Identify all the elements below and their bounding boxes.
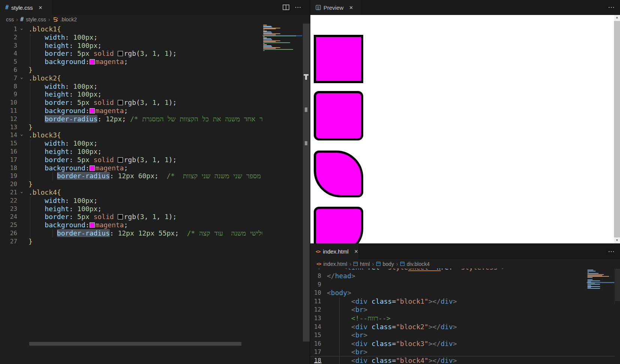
- minimap-line: [587, 270, 593, 270]
- scrollbar-thumb[interactable]: [614, 21, 620, 237]
- code-line[interactable]: 15 <br>: [310, 331, 620, 339]
- breadcrumb-block2[interactable]: .block2: [60, 16, 77, 22]
- chevron-right-icon: ›: [16, 16, 18, 22]
- code-line[interactable]: 18 <div class="block4"></div>: [310, 357, 620, 364]
- minimap-line: [587, 282, 591, 282]
- preview-block3: [314, 151, 363, 197]
- split-editor-icon[interactable]: [283, 4, 289, 10]
- code-line[interactable]: 16 <div class="block3"></div>: [310, 340, 620, 348]
- tab-style-css-label: style.css: [11, 4, 33, 11]
- code-line[interactable]: 17 <br>: [310, 348, 620, 356]
- code-line[interactable]: 14 <div class="block2"></div>: [310, 323, 620, 331]
- preview-block1: [314, 35, 363, 83]
- scroll-up-icon[interactable]: ▲: [614, 16, 620, 20]
- preview-scrollbar[interactable]: ▲ ▼: [614, 15, 620, 243]
- code-line[interactable]: 13 <!--רווח-->: [310, 314, 620, 322]
- fold-chevron-icon[interactable]: ›: [18, 134, 26, 137]
- html-scrollbar-thumb[interactable]: [615, 269, 620, 301]
- css-vertical-scrollbar[interactable]: [303, 24, 310, 342]
- minimap-line: [587, 284, 600, 285]
- minimap-line: [587, 272, 589, 273]
- preview-tab-bar: Preview ✕ ⋯: [310, 0, 620, 15]
- vscode-window: # style.css ✕ ⋯ css › # style.css › .blo…: [0, 0, 620, 364]
- breadcrumb-html[interactable]: html: [360, 261, 370, 267]
- scroll-down-icon[interactable]: ▼: [614, 239, 620, 243]
- breadcrumb-index-html[interactable]: index.html: [323, 261, 347, 267]
- indent-guide: [30, 197, 30, 237]
- css-minimap[interactable]: [262, 24, 303, 98]
- minimap-line: [263, 50, 265, 51]
- chevron-right-icon: ›: [349, 261, 351, 267]
- breadcrumb-div-block4[interactable]: div.block4: [407, 261, 430, 267]
- preview-more-icon[interactable]: ⋯: [608, 3, 615, 11]
- html-breadcrumb: <> index.html › html › body › div.block4: [316, 259, 430, 269]
- code-line[interactable]: 12 <br>: [310, 306, 620, 314]
- overview-ruler-mark: [305, 107, 307, 112]
- code-line[interactable]: 23 height: 100px;: [0, 205, 310, 213]
- symbol-element-icon: [353, 262, 358, 266]
- chevron-right-icon: ›: [396, 261, 398, 267]
- chevron-right-icon: ›: [372, 261, 374, 267]
- overview-ruler-mark: [305, 141, 307, 145]
- minimap-line: [263, 44, 267, 45]
- html-file-icon: <>: [316, 249, 320, 254]
- html-code-area[interactable]: 8</head>910<body>11 <div class="block1">…: [310, 269, 620, 364]
- code-line[interactable]: 11 background:magenta;: [0, 107, 310, 115]
- code-line[interactable]: 16 height: 100px;: [0, 148, 310, 156]
- html-minimap[interactable]: [587, 269, 615, 313]
- fold-chevron-icon[interactable]: ›: [18, 191, 26, 194]
- breadcrumb-style-css[interactable]: style.css: [26, 16, 46, 22]
- color-swatch-icon: [90, 59, 95, 64]
- indent-guide: [339, 297, 340, 364]
- code-line[interactable]: 22 width: 100px;: [0, 197, 310, 205]
- code-line[interactable]: 17 border: 5px solid rgb(3, 1, 1);: [0, 156, 310, 164]
- symbol-element-icon: [400, 262, 404, 266]
- code-line[interactable]: 11 <div class="block1"></div>: [310, 297, 620, 306]
- code-line[interactable]: 27}: [0, 237, 310, 246]
- code-line[interactable]: 25 background:magenta;: [0, 221, 310, 229]
- code-line[interactable]: 20}: [0, 180, 310, 188]
- fold-chevron-icon[interactable]: ›: [18, 77, 26, 80]
- code-line[interactable]: 21›.block4{: [0, 188, 310, 197]
- minimap-line: [587, 274, 604, 275]
- minimap-line: [263, 31, 271, 32]
- preview-webview: ▲ ▼: [310, 15, 620, 243]
- code-line[interactable]: 10 border: 5px solid rgb(3, 1, 1);: [0, 98, 310, 107]
- code-line[interactable]: 14›.block3{: [0, 131, 310, 139]
- code-line[interactable]: 18 background:magenta;: [0, 164, 310, 172]
- css-file-icon: #: [5, 4, 9, 11]
- color-swatch-icon: [90, 166, 95, 171]
- minimap-line: [263, 49, 293, 50]
- code-line[interactable]: 15 width: 100px;: [0, 139, 310, 148]
- css-horizontal-scrollbar[interactable]: [29, 342, 241, 346]
- breadcrumb: css › # style.css › .block2: [6, 15, 77, 24]
- color-swatch-icon: [90, 108, 95, 113]
- minimap-line: [587, 280, 600, 281]
- minimap-line: [263, 30, 265, 30]
- minimap-line: [263, 42, 290, 43]
- code-line[interactable]: 12 border-radius: 12px; /* מספר אחד משנה…: [0, 115, 310, 123]
- code-line[interactable]: 7 <link rel="stylesheet" href="style.css…: [310, 269, 620, 272]
- code-line[interactable]: 13}: [0, 123, 310, 131]
- minimap-line: [263, 36, 296, 36]
- tab-style-css[interactable]: # style.css ✕: [0, 0, 52, 15]
- close-icon[interactable]: ✕: [354, 249, 358, 254]
- close-icon[interactable]: ✕: [39, 5, 43, 10]
- html-more-icon[interactable]: ⋯: [608, 248, 615, 255]
- minimap-line: [587, 287, 591, 288]
- html-tab-bar: <> index.html ✕ ⋯: [310, 243, 620, 259]
- breadcrumb-body[interactable]: body: [383, 261, 394, 267]
- code-line[interactable]: 9: [310, 280, 620, 289]
- tab-preview[interactable]: Preview ✕: [310, 0, 361, 15]
- tab-index-html[interactable]: <> index.html ✕: [310, 244, 358, 259]
- code-line[interactable]: 24 border: 5px solid rgb(3, 1, 1);: [0, 213, 310, 221]
- code-line[interactable]: 10<body>: [310, 289, 620, 297]
- code-line[interactable]: 8</head>: [310, 272, 620, 280]
- breadcrumb-css[interactable]: css: [6, 16, 14, 22]
- code-line[interactable]: 26 border-radius: 12px 12px 55px; /* מספ…: [0, 229, 310, 237]
- editor-actions-more-icon[interactable]: ⋯: [295, 3, 301, 11]
- overview-ruler-mark: [305, 75, 307, 80]
- fold-chevron-icon[interactable]: ›: [18, 28, 26, 31]
- code-line[interactable]: 19 border-radius: 12px 60px; /* מספר שני…: [0, 172, 310, 180]
- close-icon[interactable]: ✕: [349, 5, 353, 10]
